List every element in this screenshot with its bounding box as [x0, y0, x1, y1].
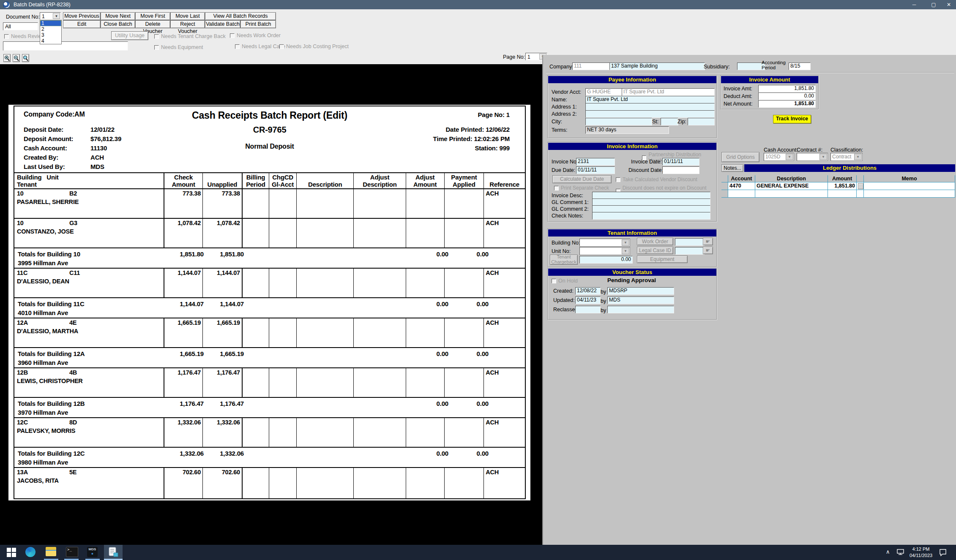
move-next-button[interactable]: Move Next — [101, 12, 135, 20]
delete-voucher-button[interactable]: Delete Voucher — [135, 20, 170, 28]
report-cell: 11CC11D'ALESSIO, DEAN — [14, 269, 164, 297]
city-field[interactable] — [585, 118, 652, 125]
dropdown-item-2[interactable]: 2 — [40, 26, 61, 32]
track-invoice-button[interactable]: Track Invoice — [773, 115, 811, 123]
chevron-down-icon[interactable]: ▼ — [53, 13, 60, 19]
edge-browser-icon[interactable] — [25, 547, 36, 558]
move-previous-button[interactable]: Move Previous — [63, 12, 101, 20]
report-cell — [243, 468, 269, 498]
report-header: Company Code:AM Cash Receipts Batch Repo… — [14, 106, 525, 173]
report-date-printed: Date Printed: 12/06/22 — [445, 126, 510, 133]
close-batch-button[interactable]: Close Batch — [101, 20, 135, 28]
ledger-row-button[interactable] — [858, 183, 863, 189]
print-batch-button[interactable]: Print Batch — [240, 20, 276, 28]
reclassed-by-field[interactable] — [607, 306, 674, 313]
ledger-cell[interactable]: 1,851.80 — [828, 182, 857, 190]
ledger-cell[interactable] — [755, 190, 828, 198]
deduct-amt-field[interactable]: 0.00 — [758, 92, 816, 100]
work-order-field[interactable] — [675, 238, 705, 246]
ledger-header-cell — [857, 175, 864, 182]
created-date-field[interactable]: 12/08/22 — [575, 287, 601, 295]
ledger-cell[interactable] — [857, 182, 864, 190]
start-button[interactable] — [6, 547, 17, 558]
ledger-cell[interactable] — [721, 182, 728, 190]
checkbox-icon — [279, 44, 284, 49]
ledger-cell[interactable]: 4470 — [728, 182, 755, 190]
clock[interactable]: 4:12 PM 04/11/2023 — [908, 546, 934, 559]
move-last-button[interactable]: Move Last — [170, 12, 205, 20]
notes-button[interactable]: Notes... — [721, 164, 743, 172]
close-button[interactable]: ✕ — [942, 1, 955, 8]
invoice-amt-field[interactable]: 1,851.80 — [758, 85, 816, 92]
document-no-combobox[interactable]: 1 ▼ — [40, 12, 61, 20]
subsidiary-field[interactable] — [737, 63, 765, 70]
ledger-cell[interactable] — [721, 190, 728, 198]
report-cell — [406, 468, 445, 498]
report-cell — [354, 189, 406, 218]
view-all-batch-records-button[interactable]: View All Batch Records — [205, 12, 276, 20]
network-icon[interactable] — [897, 549, 905, 556]
tenant-chargeback-field[interactable]: 0.00 — [579, 256, 633, 264]
zoom-out-button[interactable] — [13, 54, 20, 62]
ledger-cell[interactable] — [728, 190, 755, 198]
created-label: Created: — [553, 288, 574, 294]
dropdown-item-1[interactable]: 1 — [40, 20, 61, 26]
dropdown-item-4[interactable]: 4 — [40, 38, 61, 44]
discount-date-field[interactable] — [662, 166, 699, 174]
zoom-fit-button[interactable] — [22, 54, 29, 62]
reject-voucher-button[interactable]: Reject Voucher — [170, 20, 205, 28]
ledger-cell[interactable] — [857, 190, 864, 198]
active-app-batch-details[interactable] — [104, 545, 123, 560]
address2-field[interactable] — [585, 110, 715, 118]
needs-tenant-charge-back-checkbox: Needs Tenant Charge Back — [154, 33, 226, 39]
window-title: Batch Details (RP-8238) — [14, 2, 71, 8]
chevron-down-icon: ▼ — [622, 248, 629, 254]
net-amount-field[interactable]: 1,851.80 — [758, 100, 816, 108]
legal-case-id-field[interactable] — [675, 247, 705, 255]
company-name-field[interactable]: 137 Sample Building — [609, 63, 705, 70]
terminal-icon[interactable]: >_ — [66, 547, 77, 558]
report-cell — [243, 318, 269, 347]
filter-combobox[interactable]: All — [3, 22, 38, 30]
report-cell — [445, 318, 484, 347]
move-first-button[interactable]: Move First — [135, 12, 170, 20]
reclassed-date-field[interactable] — [575, 306, 601, 313]
check-notes-field[interactable] — [592, 212, 710, 220]
file-explorer-icon[interactable] — [46, 547, 57, 558]
document-no-dropdown-list[interactable]: 1234 — [40, 20, 62, 44]
address1-field[interactable] — [585, 103, 715, 111]
by-label: by — [601, 298, 606, 304]
payee-name-field[interactable]: IT Square Pvt. Ltd — [585, 96, 715, 103]
tray-chevron-icon[interactable]: ∧ — [886, 549, 890, 555]
report-column-header: Building UnitTenant — [14, 173, 164, 188]
zoom-in-button[interactable] — [3, 54, 11, 62]
mds-app-icon[interactable]: MDS● — [87, 547, 98, 558]
report-cell — [297, 189, 354, 218]
accounting-period-field[interactable]: 8/15 — [789, 63, 811, 70]
report-totals-row: Totals for Building 11C4010 Hillman Ave1… — [14, 298, 525, 318]
discount-date-label: Discount Date: — [628, 167, 663, 173]
report-field-label: Created By: — [24, 154, 58, 161]
st-field[interactable] — [661, 118, 678, 125]
created-by-field[interactable]: MDSRP — [607, 287, 674, 295]
toolbar-text-input[interactable] — [3, 41, 128, 51]
invoice-date-field[interactable]: 01/11/11 — [662, 158, 699, 166]
report-column-headers: Building UnitTenantCheckAmount Unapplied… — [14, 173, 525, 189]
zip-field[interactable] — [688, 118, 715, 125]
report-field-value: MDS — [90, 163, 104, 170]
minimize-button[interactable]: ─ — [908, 1, 920, 8]
dropdown-item-3[interactable]: 3 — [40, 32, 61, 38]
edit-button[interactable]: Edit — [63, 20, 101, 28]
due-date-field[interactable]: 01/11/11 — [576, 166, 615, 174]
ledger-cell[interactable]: GENERAL EXPENSE — [755, 182, 828, 190]
ledger-cell[interactable] — [864, 190, 955, 198]
updated-date-field[interactable]: 04/11/23 — [575, 296, 601, 304]
notification-icon[interactable] — [939, 549, 948, 556]
updated-by-field[interactable]: MDS — [607, 296, 674, 304]
ledger-cell[interactable] — [864, 182, 955, 190]
ledger-cell[interactable] — [828, 190, 857, 198]
maximize-button[interactable]: ▢ — [927, 1, 940, 8]
report-cell — [354, 468, 406, 498]
invoice-no-field[interactable]: 2131 — [576, 158, 615, 166]
validate-batch-button[interactable]: Validate Batch — [205, 20, 240, 28]
